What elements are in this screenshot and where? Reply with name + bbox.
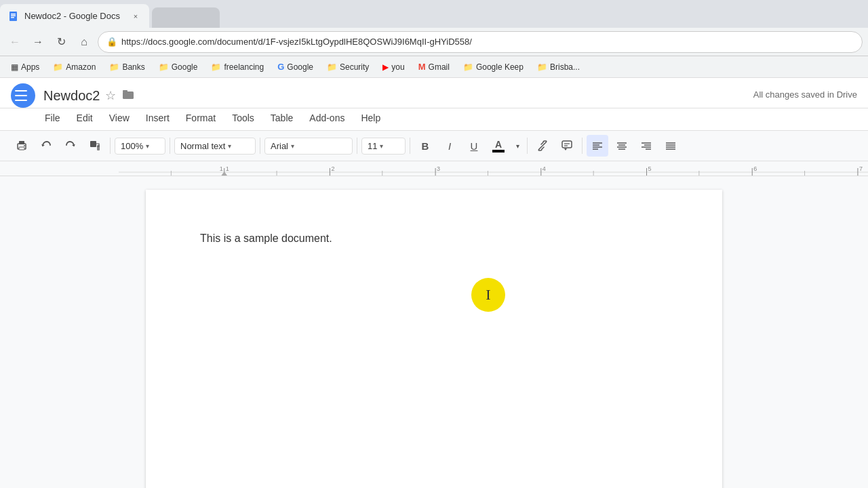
bookmark-label: Brisba... bbox=[550, 62, 580, 72]
bookmarks-bar: ▦ Apps 📁 Amazon 📁 Banks 📁 Google 📁 freel… bbox=[0, 56, 868, 78]
zoom-chevron-icon: ▾ bbox=[146, 142, 149, 150]
folder-icon[interactable] bbox=[121, 87, 135, 104]
justify-button[interactable] bbox=[660, 135, 682, 157]
google-g-icon: G bbox=[277, 62, 284, 72]
bookmark-google-folder[interactable]: 📁 Google bbox=[153, 60, 203, 74]
hamburger-line bbox=[15, 90, 27, 92]
align-center-button[interactable] bbox=[611, 135, 633, 157]
menu-edit[interactable]: Edit bbox=[70, 110, 100, 126]
docs-header: Newdoc2 ☆ All changes saved in Drive bbox=[0, 78, 868, 108]
toolbar-divider bbox=[170, 138, 170, 154]
toolbar-divider bbox=[110, 138, 111, 154]
align-right-button[interactable] bbox=[635, 135, 657, 157]
print-button[interactable] bbox=[11, 135, 33, 157]
font-value: Arial bbox=[271, 141, 288, 151]
bookmark-youtube[interactable]: ▶ you bbox=[377, 60, 410, 74]
hamburger-line bbox=[15, 95, 27, 96]
refresh-button[interactable]: ↻ bbox=[52, 33, 71, 52]
comment-button[interactable] bbox=[556, 135, 578, 157]
zoom-selector[interactable]: 100% ▾ bbox=[115, 138, 165, 155]
svg-rect-3 bbox=[11, 17, 14, 18]
bookmark-security[interactable]: 📁 Security bbox=[321, 60, 374, 74]
back-button[interactable]: ← bbox=[5, 33, 24, 52]
menu-format[interactable]: Format bbox=[179, 110, 222, 126]
star-icon[interactable]: ☆ bbox=[105, 88, 116, 103]
ruler: 1 2 3 4 5 6 7 1 bbox=[0, 161, 868, 176]
bookmark-label: Gmail bbox=[429, 62, 450, 72]
svg-text:2: 2 bbox=[331, 165, 334, 172]
bookmark-banks[interactable]: 📁 Banks bbox=[104, 60, 150, 74]
font-size-selector[interactable]: 11 ▾ bbox=[361, 138, 406, 155]
menu-addons[interactable]: Add-ons bbox=[302, 110, 351, 126]
bookmark-icon: 📁 bbox=[327, 62, 337, 72]
forward-button[interactable]: → bbox=[28, 33, 47, 52]
ruler-svg: 1 2 3 4 5 6 7 1 bbox=[119, 161, 868, 176]
toolbar-divider bbox=[357, 138, 357, 154]
bookmark-icon: 📁 bbox=[211, 62, 221, 72]
menu-insert[interactable]: Insert bbox=[139, 110, 176, 126]
hamburger-menu-button[interactable] bbox=[11, 83, 35, 108]
style-value: Normal text bbox=[180, 141, 225, 151]
document-area[interactable]: This is a sample document. I bbox=[0, 176, 868, 488]
document-content[interactable]: This is a sample document. bbox=[200, 230, 668, 247]
text-color-dropdown-button[interactable]: ▾ bbox=[512, 135, 523, 157]
apps-icon: ▦ bbox=[11, 62, 18, 72]
paint-format-button[interactable] bbox=[84, 135, 106, 157]
redo-button[interactable] bbox=[60, 135, 81, 157]
lock-icon: 🔒 bbox=[106, 37, 117, 47]
svg-rect-10 bbox=[90, 141, 96, 147]
svg-point-9 bbox=[24, 145, 25, 146]
tab-title: Newdoc2 - Google Docs bbox=[24, 11, 125, 21]
docs-title-area: Newdoc2 ☆ All changes saved in Drive bbox=[43, 87, 857, 104]
svg-rect-13 bbox=[562, 141, 572, 148]
text-color-button[interactable]: A bbox=[488, 135, 509, 157]
address-box[interactable]: 🔒 https://docs.google.com/document/d/1F-… bbox=[98, 31, 863, 53]
menu-help[interactable]: Help bbox=[354, 110, 387, 126]
bookmark-gmail[interactable]: M Gmail bbox=[413, 60, 455, 74]
bookmark-freelancing[interactable]: 📁 freelancing bbox=[205, 60, 269, 74]
inactive-tab[interactable] bbox=[152, 7, 220, 28]
home-button[interactable]: ⌂ bbox=[75, 33, 94, 52]
align-left-button[interactable] bbox=[587, 135, 608, 157]
document-page: This is a sample document. I bbox=[146, 190, 722, 488]
svg-rect-7 bbox=[19, 141, 24, 144]
svg-line-12 bbox=[542, 145, 544, 147]
bookmark-icon: 📁 bbox=[53, 62, 63, 72]
address-text: https://docs.google.com/document/d/1F-vs… bbox=[121, 37, 854, 47]
bookmark-label: Google bbox=[287, 62, 313, 72]
active-tab[interactable]: Newdoc2 - Google Docs × bbox=[0, 4, 149, 28]
menu-tools[interactable]: Tools bbox=[225, 110, 261, 126]
bookmark-google-g[interactable]: G Google bbox=[272, 60, 319, 74]
underline-button[interactable]: U bbox=[463, 135, 485, 157]
text-color-a-label: A bbox=[495, 140, 502, 149]
bookmark-icon: 📁 bbox=[537, 62, 547, 72]
menu-bar: File Edit View Insert Format Tools Table… bbox=[0, 108, 868, 130]
undo-button[interactable] bbox=[35, 135, 57, 157]
bookmark-label: Security bbox=[340, 62, 369, 72]
menu-view[interactable]: View bbox=[102, 110, 136, 126]
youtube-icon: ▶ bbox=[382, 62, 389, 72]
font-size-value: 11 bbox=[368, 141, 377, 151]
toolbar-divider bbox=[527, 138, 528, 154]
document-title[interactable]: Newdoc2 bbox=[43, 88, 100, 104]
svg-text:7: 7 bbox=[859, 165, 863, 172]
bold-button[interactable]: B bbox=[414, 135, 436, 157]
menu-table[interactable]: Table bbox=[264, 110, 300, 126]
svg-text:4: 4 bbox=[542, 165, 546, 172]
bookmark-keep[interactable]: 📁 Google Keep bbox=[458, 60, 529, 74]
apps-bookmark[interactable]: ▦ Apps bbox=[5, 60, 45, 74]
font-chevron-icon: ▾ bbox=[291, 142, 294, 150]
menu-file[interactable]: File bbox=[38, 110, 67, 126]
italic-button[interactable]: I bbox=[439, 135, 460, 157]
bookmark-amazon[interactable]: 📁 Amazon bbox=[47, 60, 101, 74]
style-selector[interactable]: Normal text ▾ bbox=[174, 138, 256, 155]
font-size-chevron-icon: ▾ bbox=[380, 142, 383, 150]
bookmark-brisba[interactable]: 📁 Brisba... bbox=[532, 60, 585, 74]
text-color-bar bbox=[492, 150, 505, 152]
text-color-chevron-icon: ▾ bbox=[516, 142, 519, 150]
tab-close-button[interactable]: × bbox=[130, 11, 141, 22]
style-chevron-icon: ▾ bbox=[228, 142, 231, 150]
tab-favicon bbox=[8, 11, 19, 22]
font-selector[interactable]: Arial ▾ bbox=[264, 138, 353, 155]
link-button[interactable] bbox=[532, 135, 553, 157]
